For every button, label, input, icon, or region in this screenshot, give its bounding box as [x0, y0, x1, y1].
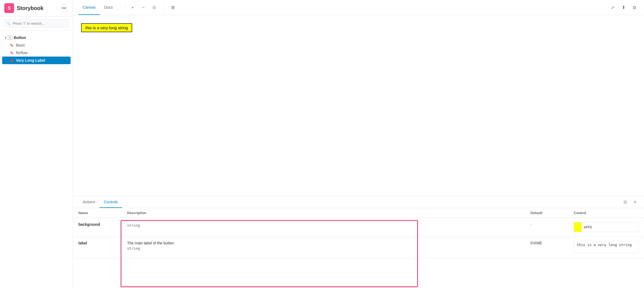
sidebar-menu-button[interactable]: •••: [60, 4, 68, 12]
bottom-panel: Actions Controls ⊞ ✕ Name Description De…: [73, 196, 644, 288]
sidebar-item-very-long-label[interactable]: 🔖 Very Long Label: [2, 57, 71, 64]
color-swatch[interactable]: [574, 222, 582, 232]
row-background-name: background: [73, 218, 122, 237]
sidebar-search-area: [0, 17, 73, 31]
copy-button[interactable]: ⧉: [630, 3, 639, 12]
row-label-name: label: [73, 237, 122, 258]
toolbar-divider-2: [163, 4, 164, 11]
row-label-default: FIXME: [525, 237, 568, 258]
row-background-control: #FF0: [568, 218, 644, 237]
color-value: #FF0: [582, 225, 638, 229]
tab-actions[interactable]: Actions: [78, 197, 99, 208]
search-input[interactable]: [4, 19, 68, 28]
table-header-row: Name Description Default Control: [73, 208, 644, 218]
controls-table: Name Description Default Control backgro…: [73, 208, 644, 258]
preview-button[interactable]: this is a very long string: [81, 23, 132, 32]
storybook-title: Storybook: [17, 5, 44, 11]
expand-icon: ▾: [5, 36, 6, 39]
panel-tab-right: ⊞ ✕: [621, 198, 639, 206]
col-header-default: Default: [525, 208, 568, 218]
tab-controls[interactable]: Controls: [99, 197, 122, 208]
search-button[interactable]: ⊙: [150, 3, 158, 12]
controls-table-wrapper: Name Description Default Control backgro…: [73, 208, 644, 288]
toolbar-divider: [125, 4, 125, 11]
nav-group-label: Button: [14, 35, 26, 40]
sidebar-item-reflow-label: Reflow: [16, 51, 28, 55]
row-background-default: -: [525, 218, 568, 237]
tab-docs[interactable]: Docs: [100, 0, 117, 15]
toolbar-tabs: Canvas Docs: [78, 0, 117, 15]
zoom-out-button[interactable]: −: [139, 3, 148, 12]
col-header-control: Control: [568, 208, 644, 218]
row-label-type: string: [127, 246, 520, 250]
zoom-in-icon: +: [131, 5, 134, 10]
storybook-logo: S: [4, 3, 14, 13]
sidebar: S Storybook ••• ▾ + Button 🔖 Basic 🔖 Ref…: [0, 0, 73, 288]
zoom-in-button[interactable]: +: [128, 3, 137, 12]
canvas-area: this is a very long string: [73, 15, 644, 196]
share-icon: ⬆: [622, 5, 625, 10]
sidebar-nav: ▾ + Button 🔖 Basic 🔖 Reflow 🔖 Very Long …: [0, 31, 73, 288]
row-label-description: The main label of the button string: [122, 237, 525, 258]
plus-icon: +: [8, 35, 12, 40]
bookmark-icon: 🔖: [10, 43, 14, 47]
sidebar-header: S Storybook •••: [0, 0, 73, 17]
canvas-preview: this is a very long string: [81, 23, 636, 188]
col-header-name: Name: [73, 208, 122, 218]
sidebar-item-reflow[interactable]: 🔖 Reflow: [2, 49, 71, 57]
col-header-description: Description: [122, 208, 525, 218]
main-content: Canvas Docs + − ⊙ ⊞ ⤢ ⬆: [73, 0, 644, 288]
label-text-input[interactable]: this is a very long string: [574, 241, 639, 253]
grid-icon: ⊞: [171, 5, 175, 10]
sidebar-item-very-long-label-text: Very Long Label: [16, 58, 45, 63]
fullscreen-button[interactable]: ⤢: [608, 3, 617, 12]
panel-close-button[interactable]: ✕: [631, 198, 639, 206]
bookmark-icon: 🔖: [10, 51, 14, 55]
search-icon: ⊙: [152, 5, 156, 10]
fullscreen-icon: ⤢: [611, 5, 615, 10]
nav-group-button[interactable]: ▾ + Button: [2, 34, 71, 41]
bookmark-icon: 🔖: [10, 58, 14, 62]
nav-section-button: ▾ + Button 🔖 Basic 🔖 Reflow 🔖 Very Long …: [0, 34, 73, 64]
row-background-description: string: [122, 218, 525, 237]
row-label-desc-text: The main label of the button: [127, 241, 520, 245]
color-control[interactable]: #FF0: [574, 222, 639, 232]
zoom-out-icon: −: [142, 5, 145, 10]
row-label-control: this is a very long string: [568, 237, 644, 258]
grid-button[interactable]: ⊞: [168, 3, 177, 12]
toolbar-icons: + − ⊙ ⊞: [128, 3, 177, 12]
sidebar-item-basic[interactable]: 🔖 Basic: [2, 41, 71, 49]
toolbar-right: ⤢ ⬆ ⧉: [608, 3, 639, 12]
row-background-type: string: [127, 223, 520, 227]
sidebar-item-basic-label: Basic: [16, 43, 25, 47]
table-row: background string - #FF0: [73, 218, 644, 237]
share-button[interactable]: ⬆: [619, 3, 628, 12]
search-wrapper: [4, 19, 68, 28]
panel-grid-icon-button[interactable]: ⊞: [621, 198, 629, 206]
panel-tabs: Actions Controls ⊞ ✕: [73, 196, 644, 208]
table-row: label The main label of the button strin…: [73, 237, 644, 258]
tab-canvas[interactable]: Canvas: [78, 0, 100, 15]
top-toolbar: Canvas Docs + − ⊙ ⊞ ⤢ ⬆: [73, 0, 644, 15]
copy-icon: ⧉: [633, 5, 636, 10]
